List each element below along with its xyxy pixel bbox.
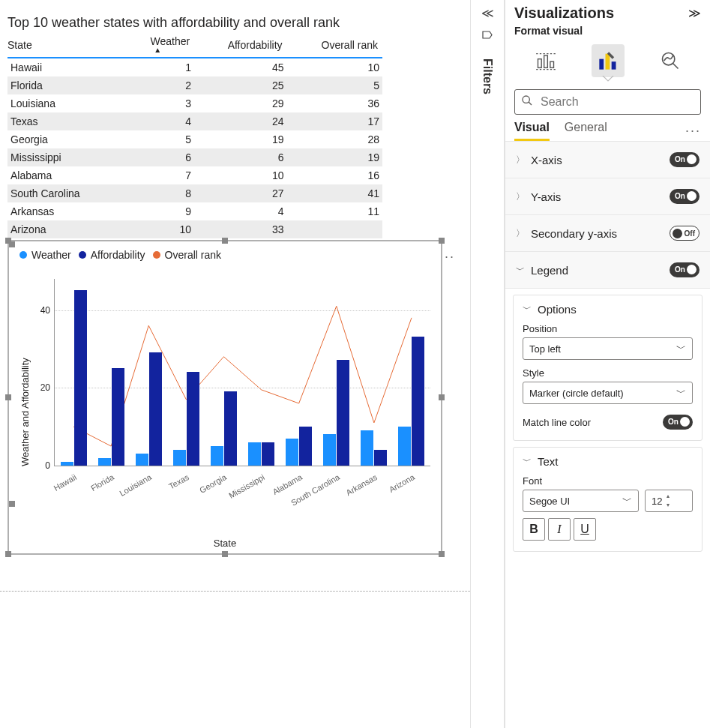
input-font-size[interactable]: 12 ▴▾ [645, 490, 693, 512]
chevron-down-icon[interactable]: ﹀ [523, 303, 532, 316]
table-row[interactable]: Texas42417 [7, 112, 382, 130]
table-row[interactable]: Florida2255 [7, 76, 382, 94]
underline-button[interactable]: U [574, 518, 596, 541]
resize-handle[interactable] [5, 394, 11, 400]
chart-legend: Weather Affordability Overall rank [9, 241, 441, 261]
resize-handle[interactable] [222, 238, 228, 244]
font-size-stepper[interactable]: ▴▾ [662, 492, 674, 510]
table-row[interactable]: Arizona1033 [7, 220, 382, 238]
card-text: ﹀Text Font Segoe UI ﹀ 12 ▴▾ B I U [513, 447, 703, 552]
select-style[interactable]: Marker (circle default) ﹀ [523, 382, 693, 404]
svg-rect-7 [605, 54, 610, 70]
toggle-match-line-color[interactable]: On [663, 415, 693, 430]
visualizations-pane: Visualizations ≫ Format visual [505, 0, 710, 728]
svg-rect-6 [599, 59, 604, 70]
table-row[interactable]: Arkansas9411 [7, 202, 382, 220]
plot-area: 02040HawaiiFloridaLouisianaTexasGeorgiaM… [54, 279, 430, 466]
bold-button[interactable]: B [523, 518, 545, 541]
toggle-y-axis[interactable]: On [670, 189, 700, 204]
table-row[interactable]: Alabama71016 [7, 166, 382, 184]
chevron-down-icon: ﹀ [676, 342, 686, 355]
resize-handle[interactable] [5, 551, 11, 557]
toggle-secondary-y-axis[interactable]: Off [670, 226, 700, 241]
viz-pane-title: Visualizations [514, 4, 614, 22]
chevron-right-icon: 〉 [516, 190, 525, 203]
filters-label: Filters [481, 58, 494, 94]
svg-rect-3 [550, 61, 553, 67]
table-row[interactable]: Hawaii14510 [7, 58, 382, 76]
chevron-down-icon[interactable]: ﹀ [523, 455, 532, 468]
data-table[interactable]: State Weather ▲ Affordability Overall ra… [7, 34, 382, 238]
tabs-more-icon[interactable]: ··· [685, 123, 701, 139]
svg-point-9 [662, 53, 674, 65]
tab-general[interactable]: General [565, 121, 607, 141]
select-position[interactable]: Top left ﹀ [523, 337, 693, 360]
col-afford[interactable]: Affordability [194, 34, 286, 58]
legend-afford: Affordability [91, 249, 145, 261]
expand-pane-icon[interactable]: ≫ [688, 6, 701, 20]
table-row[interactable]: Georgia51928 [7, 130, 382, 148]
selected-caret-icon [505, 76, 710, 83]
resize-handle[interactable] [5, 238, 11, 244]
toggle-x-axis[interactable]: On [670, 152, 700, 167]
chart-visual[interactable]: Weather Affordability Overall rank Weath… [7, 240, 442, 555]
x-axis-label: State [214, 538, 236, 549]
bookmark-icon[interactable] [471, 29, 504, 45]
legend-weather: Weather [31, 249, 71, 261]
expand-filters-icon[interactable]: ≪ [471, 6, 504, 20]
table-title: Top 10 weather states with affordability… [7, 15, 427, 31]
chevron-down-icon: ﹀ [622, 494, 632, 508]
row-y-axis[interactable]: 〉Y-axis On [505, 178, 710, 215]
label-style: Style [523, 367, 693, 379]
select-font-family[interactable]: Segoe UI ﹀ [523, 490, 639, 512]
table-row[interactable]: Louisiana32936 [7, 94, 382, 112]
resize-handle[interactable] [439, 551, 445, 557]
svg-rect-8 [611, 61, 616, 70]
search-icon [521, 94, 533, 109]
format-visual-icon[interactable] [592, 44, 625, 77]
toggle-legend[interactable]: On [670, 262, 700, 277]
tab-visual[interactable]: Visual [514, 121, 550, 141]
chevron-right-icon: 〉 [516, 227, 525, 240]
label-font: Font [523, 475, 693, 487]
resize-handle[interactable] [439, 394, 445, 400]
visual-mode-icons [505, 41, 710, 77]
page-boundary [0, 591, 470, 592]
svg-rect-1 [538, 59, 541, 68]
table-visual[interactable]: Top 10 weather states with affordability… [7, 15, 427, 238]
table-row[interactable]: South Carolina82741 [7, 184, 382, 202]
format-visual-subtitle: Format visual [505, 22, 710, 41]
card-options: ﹀Options Position Top left ﹀ Style Marke… [513, 295, 703, 441]
label-position: Position [523, 323, 693, 334]
row-legend[interactable]: ﹀Legend On [505, 252, 710, 289]
italic-button[interactable]: I [548, 518, 571, 541]
chevron-down-icon: ﹀ [676, 386, 686, 400]
y-axis-label: Weather and Affordability [19, 358, 31, 466]
legend-overall: Overall rank [165, 249, 221, 261]
analytics-icon[interactable] [654, 44, 687, 77]
resize-handle[interactable] [222, 551, 228, 557]
table-row[interactable]: Mississippi6619 [7, 148, 382, 166]
label-match-line-color: Match line color [523, 417, 591, 428]
col-state[interactable]: State [7, 34, 125, 58]
chevron-down-icon: ﹀ [516, 264, 525, 277]
report-canvas[interactable]: Top 10 weather states with affordability… [0, 0, 470, 728]
resize-handle[interactable] [439, 238, 445, 244]
build-visual-icon[interactable] [529, 44, 562, 77]
chevron-right-icon: 〉 [516, 154, 525, 166]
filters-pane-collapsed[interactable]: ≪ Filters [470, 0, 505, 728]
search-input[interactable] [539, 94, 694, 109]
svg-point-10 [523, 96, 529, 103]
col-weather[interactable]: Weather ▲ [125, 34, 194, 58]
row-secondary-y-axis[interactable]: 〉Secondary y-axis Off [505, 215, 710, 252]
format-search[interactable] [514, 89, 701, 115]
row-x-axis[interactable]: 〉X-axis On [505, 142, 710, 178]
svg-rect-2 [544, 55, 547, 67]
col-overall[interactable]: Overall rank [287, 34, 382, 58]
